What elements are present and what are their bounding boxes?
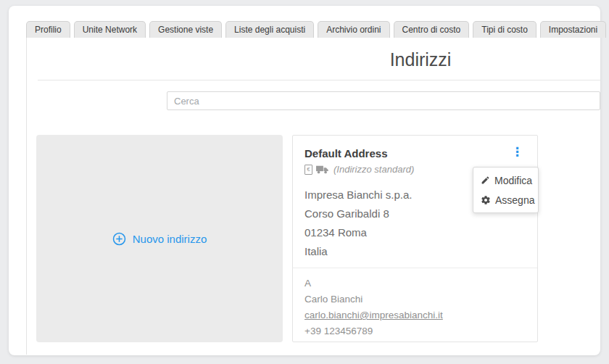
tab-bar: Profilio Unite Network Gestione viste Li… (26, 20, 609, 38)
page-title: Indirizzi (390, 49, 452, 70)
search-input[interactable] (167, 91, 600, 110)
tab-unite-network[interactable]: Unite Network (74, 21, 146, 38)
contact-block: A Carlo Bianchi carlo.bianchi@impresabia… (304, 268, 526, 339)
tab-tipi-di-costo[interactable]: Tipi di costo (473, 21, 536, 38)
contact-email-link[interactable]: carlo.bianchi@impresabianchi.it (304, 307, 526, 323)
tab-impostazioni[interactable]: Impostazioni (540, 21, 606, 38)
address-card-title: Default Address (304, 147, 387, 160)
truck-icon (316, 165, 328, 174)
address-line-city: 01234 Roma (304, 223, 526, 242)
panel-left-border (26, 37, 27, 355)
contact-label: A (304, 276, 526, 291)
menu-item-label: Assegna (495, 194, 534, 206)
address-standard-label: (Indirizzo standard) (334, 164, 414, 175)
tab-centro-di-costo[interactable]: Centro di costo (394, 21, 470, 38)
gear-icon (481, 195, 491, 205)
tab-profilio[interactable]: Profilio (26, 21, 70, 38)
invoice-euro-icon: € (304, 165, 312, 175)
tab-archivio-ordini[interactable]: Archivio ordini (318, 21, 389, 38)
tab-liste-degli-acquisti[interactable]: Liste degli acquisti (225, 21, 314, 38)
new-address-label: Nuovo indirizzo (133, 233, 207, 245)
title-divider (38, 80, 600, 80)
contact-phone: +39 123456789 (304, 323, 526, 339)
pencil-icon (481, 175, 490, 185)
settings-window: Profilio Unite Network Gestione viste Li… (9, 6, 600, 355)
menu-item-assegna[interactable]: Assegna (473, 190, 538, 210)
address-card-header: Default Address ⋮ (304, 147, 526, 160)
context-menu: Modifica Assegna (473, 167, 539, 213)
tab-gestione-viste[interactable]: Gestione viste (149, 21, 222, 38)
contact-name: Carlo Bianchi (304, 291, 526, 307)
menu-item-label: Modifica (494, 175, 532, 186)
address-line-country: Italia (304, 242, 526, 261)
address-card: Default Address ⋮ € (Indirizzo standard)… (292, 135, 538, 342)
plus-circle-icon (112, 232, 126, 246)
menu-item-modifica[interactable]: Modifica (473, 170, 538, 190)
new-address-button[interactable]: Nuovo indirizzo (36, 135, 283, 342)
kebab-vertical-icon[interactable]: ⋮ (509, 147, 526, 157)
